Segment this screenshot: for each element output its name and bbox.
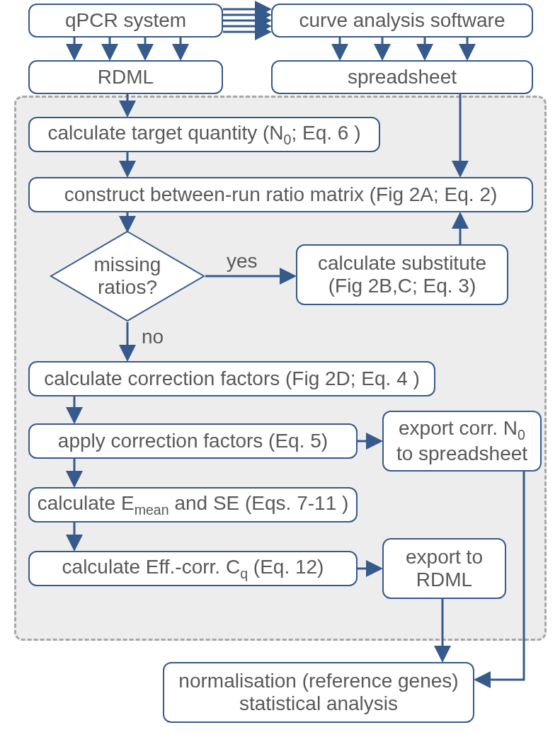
node-label: calculate substitute(Fig 2B,C; Eq. 3) [318, 252, 486, 297]
flow-label-no: no [142, 326, 164, 348]
node-label: apply correction factors (Eq. 5) [58, 430, 328, 452]
node-emean: calculate Emean and SE (Eqs. 7-11 ) [28, 487, 358, 523]
node-missing-ratios: missingratios? [50, 230, 205, 322]
node-label: calculate Eff.-corr. Cq (Eq. 12) [62, 556, 324, 581]
node-qpcr: qPCR system [28, 4, 223, 38]
node-export-rdml: export toRDML [382, 538, 506, 599]
node-label: calculate target quantity (N0; Eq. 6 ) [47, 122, 360, 147]
node-rdml: RDML [28, 60, 223, 94]
node-apply-corr: apply correction factors (Eq. 5) [28, 423, 358, 459]
node-label: curve analysis software [299, 9, 505, 32]
node-label: normalisation (reference genes)statistic… [178, 670, 458, 715]
node-curve-sw: curve analysis software [271, 4, 533, 38]
node-label: spreadsheet [348, 66, 457, 89]
node-label: export corr. N0to spreadsheet [396, 417, 527, 465]
node-label: calculate correction factors (Fig 2D; Eq… [44, 367, 420, 390]
node-label: construct between-run ratio matrix (Fig … [64, 183, 498, 206]
node-label: calculate Emean and SE (Eqs. 7-11 ) [38, 492, 349, 518]
node-calc-n0: calculate target quantity (N0; Eq. 6 ) [28, 117, 380, 152]
node-spreadsheet: spreadsheet [271, 60, 533, 94]
node-label: qPCR system [65, 9, 186, 32]
node-final: normalisation (reference genes)statistic… [163, 662, 474, 723]
node-label: RDML [98, 66, 154, 89]
flow-label-yes: yes [227, 250, 258, 273]
node-export-n0: export corr. N0to spreadsheet [382, 411, 542, 472]
node-substitute: calculate substitute(Fig 2B,C; Eq. 3) [296, 244, 508, 305]
node-label: missingratios? [94, 253, 161, 299]
node-eff-cq: calculate Eff.-corr. Cq (Eq. 12) [28, 551, 358, 586]
node-calc-corr: calculate correction factors (Fig 2D; Eq… [28, 361, 435, 396]
node-matrix: construct between-run ratio matrix (Fig … [28, 177, 533, 212]
node-label: export toRDML [406, 546, 483, 591]
